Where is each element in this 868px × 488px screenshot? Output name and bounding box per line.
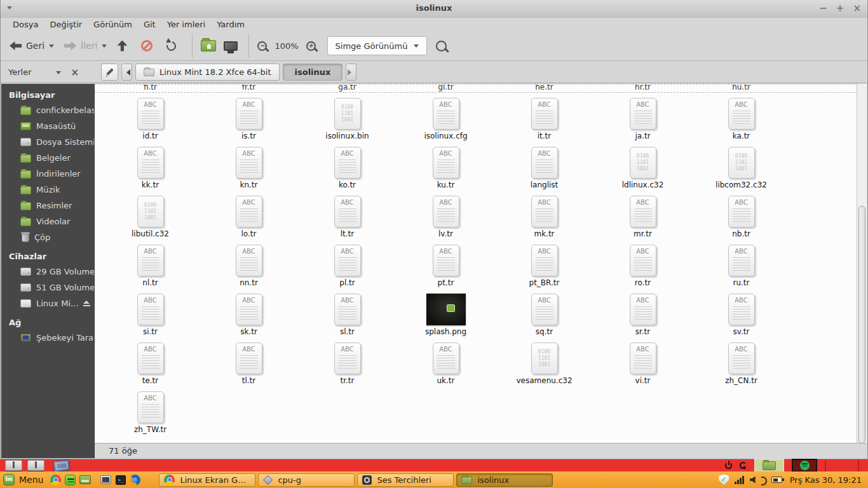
file-item[interactable]: ABCsk.tr	[200, 294, 298, 342]
path-button[interactable]: isolinux	[283, 64, 343, 81]
file-item[interactable]: ABCpt.tr	[397, 245, 495, 294]
forward-history-dropdown-icon[interactable]	[102, 44, 107, 50]
taskbar-button-isolinux[interactable]: isolinux	[456, 473, 553, 487]
file-item[interactable]: ABCnl.tr	[101, 245, 200, 294]
file-item[interactable]: 0100 1101 1001isolinux.bin	[298, 98, 397, 147]
path-scroll-right-button[interactable]	[346, 64, 356, 81]
file-item[interactable]: ABClt.tr	[298, 196, 397, 245]
vertical-scrollbar[interactable]	[857, 84, 867, 443]
view-mode-select[interactable]: Simge Görünümü	[327, 36, 428, 55]
launcher-chrome[interactable]	[50, 473, 62, 486]
file-item[interactable]: ABCja.tr	[593, 98, 692, 147]
minimize-button[interactable]: −	[819, 2, 827, 15]
file-item[interactable]: ABCro.tr	[593, 245, 692, 294]
close-button[interactable]: ×	[853, 2, 861, 15]
file-item[interactable]: ABCzh_TW.tr	[101, 391, 200, 440]
restart-icon[interactable]	[740, 462, 747, 469]
file-item[interactable]: ABClv.tr	[397, 196, 495, 245]
sidebar-item[interactable]: 29 GB Volume	[1, 264, 94, 280]
places-dropdown-icon[interactable]	[56, 71, 61, 77]
sidebar-item[interactable]: confickerbelasi	[1, 102, 94, 118]
file-label-partial[interactable]: hr.tr	[593, 84, 692, 89]
sidebar-item[interactable]: Resimler	[1, 198, 94, 214]
launcher-desktop-green[interactable]	[79, 473, 92, 486]
file-item[interactable]: splash.png	[397, 294, 495, 342]
places-selector[interactable]: Yerler ×	[8, 61, 91, 83]
zoom-in-button[interactable]: +	[306, 41, 316, 51]
forward-button[interactable]: İleri	[64, 41, 107, 51]
file-item[interactable]: ABCmk.tr	[495, 196, 593, 245]
sidebar-item[interactable]: Şebekeyi Tara	[1, 330, 94, 346]
power-icon[interactable]	[725, 462, 732, 469]
file-item[interactable]: ABCkn.tr	[200, 147, 298, 196]
launcher-firefox[interactable]	[129, 473, 142, 486]
taskbar-button-ses-tercihleri[interactable]: Ses Tercihleri	[357, 473, 454, 487]
up-button[interactable]	[117, 41, 127, 51]
file-item[interactable]: ABCsl.tr	[298, 294, 397, 342]
back-history-dropdown-icon[interactable]	[49, 44, 54, 50]
file-item[interactable]: ABCpt_BR.tr	[495, 245, 593, 294]
dock-window-button-file-manager[interactable]	[754, 459, 784, 472]
file-item[interactable]: ABClanglist	[495, 147, 593, 196]
taskbar-button-linux-ekran-g-r-nt-l-[interactable]: Linux Ekran Görüntül...	[159, 473, 255, 487]
home-button[interactable]	[201, 40, 216, 51]
close-sidepane-button[interactable]: ×	[71, 67, 79, 78]
file-view[interactable]: fi.trfr.trga.trgl.trhe.trhr.trhu.tr ABCi…	[95, 84, 857, 443]
scrollbar-thumb[interactable]	[858, 206, 865, 444]
sidebar-item[interactable]: Linux Mi...	[1, 295, 94, 311]
file-item[interactable]: 0100 1101 1001libcom32.c32	[692, 147, 790, 196]
maximize-button[interactable]: +	[836, 2, 844, 15]
file-item[interactable]: ABCis.tr	[200, 98, 298, 147]
file-item[interactable]: ABCnn.tr	[200, 245, 298, 294]
file-item[interactable]: ABCsv.tr	[692, 294, 790, 342]
search-button[interactable]	[436, 41, 447, 51]
clock[interactable]: Prş Kas 30, 19:21	[790, 475, 862, 485]
file-item[interactable]: ABCtl.tr	[200, 342, 298, 391]
menubar-item-5[interactable]: Yardım	[211, 20, 250, 29]
stop-button[interactable]	[141, 40, 153, 51]
sidebar-item[interactable]: Çöp	[1, 229, 94, 245]
sidebar-item[interactable]: Videolar	[1, 214, 94, 229]
battery-icon[interactable]	[771, 477, 782, 483]
file-item[interactable]: ABCpl.tr	[298, 245, 397, 294]
menubar-item-4[interactable]: Yer imleri	[161, 20, 212, 29]
file-item[interactable]: ABCsq.tr	[495, 294, 593, 342]
file-item[interactable]: ABCku.tr	[397, 147, 495, 196]
usb-desktop-icon[interactable]	[27, 460, 44, 471]
file-item[interactable]: 0100 1101 1001ldlinux.c32	[593, 147, 692, 196]
file-item[interactable]: ABCkk.tr	[101, 147, 200, 196]
file-label-partial[interactable]: hu.tr	[692, 84, 790, 89]
dock-window-button-spotify[interactable]	[792, 459, 817, 472]
zoom-out-button[interactable]: −	[257, 41, 267, 51]
file-item[interactable]: 0100 1101 1001vesamenu.c32	[495, 342, 593, 391]
reload-button[interactable]	[165, 39, 178, 52]
sidebar-item[interactable]: Müzik	[1, 182, 94, 198]
file-item[interactable]: ABCit.tr	[495, 98, 593, 147]
launcher-spotify[interactable]	[64, 473, 77, 486]
launcher-terminal[interactable]: >_	[114, 473, 127, 486]
volume-icon[interactable]	[750, 477, 756, 484]
launcher-screen[interactable]	[100, 473, 112, 486]
shield-check-icon[interactable]	[719, 475, 729, 485]
file-label-partial[interactable]: fr.tr	[200, 84, 298, 89]
file-item[interactable]: ABCko.tr	[298, 147, 397, 196]
eject-icon[interactable]	[83, 301, 88, 306]
file-item[interactable]: ABCsr.tr	[593, 294, 692, 342]
sidebar-item[interactable]: Belgeler	[1, 150, 94, 166]
file-item[interactable]: ABCru.tr	[692, 245, 790, 294]
file-label-partial[interactable]: ga.tr	[298, 84, 397, 89]
file-label-partial[interactable]: he.tr	[495, 84, 593, 89]
file-label-partial[interactable]: fi.tr	[101, 84, 200, 89]
file-item[interactable]: ABCvi.tr	[593, 342, 692, 391]
file-item[interactable]: ABCzh_CN.tr	[692, 342, 790, 391]
file-item[interactable]: ABCte.tr	[101, 342, 200, 391]
sidebar-item[interactable]: İndirilenler	[1, 166, 94, 182]
file-item[interactable]: ABCuk.tr	[397, 342, 495, 391]
usb-desktop-icon[interactable]	[5, 460, 22, 471]
sidebar-item[interactable]: Masaüstü	[1, 118, 94, 134]
menubar-item-3[interactable]: Git	[138, 20, 161, 29]
file-item[interactable]: 0100 1101 1001libutil.c32	[101, 196, 200, 245]
chip-desktop-icon[interactable]	[53, 459, 71, 472]
back-button[interactable]: Geri	[10, 41, 54, 51]
desktop-button[interactable]	[224, 41, 238, 51]
